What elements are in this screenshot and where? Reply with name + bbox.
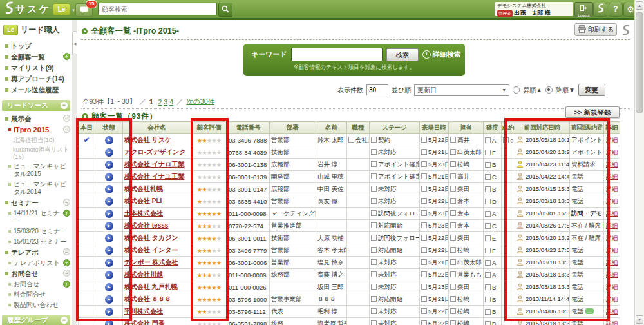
detail-link[interactable]: 詳細 — [606, 271, 618, 278]
cell-checkbox[interactable] — [421, 198, 427, 204]
cell-checkbox[interactable] — [485, 199, 491, 204]
scroll-up-arrow[interactable]: ▲ — [636, 1, 643, 10]
star-rating[interactable]: ★★★★★ — [191, 293, 227, 306]
cell-checkbox[interactable] — [485, 211, 491, 217]
sort-select[interactable]: 更新日 ▼ — [414, 84, 509, 96]
count-input[interactable] — [366, 84, 388, 95]
detail-link[interactable]: 詳細 — [606, 161, 618, 168]
status-play-icon[interactable]: ▶ — [105, 136, 113, 144]
star-rating[interactable]: ★★★★★ — [191, 159, 227, 171]
refresh-swirl-icon[interactable] — [620, 25, 631, 35]
cell-checkbox[interactable] — [371, 186, 377, 192]
expand-plus-icon[interactable]: + — [63, 259, 70, 266]
scroll-down-arrow[interactable]: ▼ — [636, 315, 643, 324]
cell-checkbox[interactable] — [485, 297, 491, 302]
company-link[interactable]: 株式会社 イナロ工業 — [124, 161, 184, 168]
sidebar-item[interactable]: 15/03/20 セミナー — [0, 226, 72, 237]
star-rating[interactable]: ★★★★★ — [191, 208, 227, 220]
sidebar-item[interactable]: メール送信履歴 — [0, 84, 72, 95]
cell-checkbox[interactable] — [450, 259, 456, 265]
company-link[interactable]: テンポー 株式会社 — [124, 259, 178, 266]
sidebar-item[interactable]: kuramoto担当リスト(16) — [0, 144, 72, 161]
cell-checkbox[interactable] — [450, 137, 456, 143]
status-play-icon[interactable]: ▶ — [105, 271, 113, 279]
cell-checkbox[interactable] — [485, 284, 491, 290]
status-play-icon[interactable]: ▶ — [105, 161, 113, 169]
cell-checkbox[interactable] — [450, 222, 456, 228]
star-rating[interactable]: ★★★★★ — [191, 306, 227, 318]
sidebar-item[interactable]: 製品問い合わせ — [0, 300, 72, 310]
ascending-radio[interactable] — [513, 86, 520, 94]
cell-checkbox[interactable] — [371, 198, 377, 204]
detail-link[interactable]: 詳細 — [606, 308, 618, 315]
sidebar-collapse-button[interactable]: ◀ — [72, 31, 77, 55]
cell-checkbox[interactable] — [450, 308, 456, 314]
company-link[interactable]: 株式会社 PLI — [124, 197, 162, 204]
status-play-icon[interactable]: ▶ — [105, 295, 113, 304]
company-link[interactable]: 株式会社 インター — [124, 246, 178, 253]
sidebar-item[interactable]: お問合せ+ — [0, 279, 72, 290]
detail-link[interactable]: 詳細 — [606, 198, 618, 204]
cell-checkbox[interactable] — [450, 247, 456, 253]
star-rating[interactable]: ★★★★★ — [191, 146, 227, 159]
company-link[interactable]: 株式会社 tesss — [124, 222, 168, 229]
star-rating[interactable]: ★★★★★ — [191, 269, 227, 281]
sidebar-item[interactable]: セミナー− — [0, 197, 72, 208]
company-link[interactable]: 株式会社川越 — [124, 271, 163, 278]
company-link[interactable]: 株式会社 タカジン — [124, 234, 178, 241]
sidebar-item[interactable]: テレアポ− — [0, 247, 72, 258]
collapse-minus-icon[interactable]: − — [61, 102, 68, 109]
sidebar-item[interactable]: お問合せ− — [0, 268, 72, 279]
company-link[interactable]: 株式会社札幌 — [124, 185, 163, 192]
sidebar-item[interactable]: トップ — [0, 41, 72, 52]
sidebar-item[interactable]: 14/11/21 セミナー+ — [0, 208, 72, 226]
cell-checkbox[interactable] — [421, 222, 427, 228]
cell-checkbox[interactable] — [485, 321, 491, 325]
cell-checkbox[interactable] — [421, 235, 427, 241]
company-link[interactable]: 株式会社 ８８８ — [124, 295, 171, 302]
status-play-icon[interactable]: ▶ — [105, 148, 113, 157]
company-link[interactable]: 株式会社 九戸札幌 — [124, 283, 178, 290]
new-registration-button[interactable]: >> 新規登録 — [565, 106, 620, 118]
status-play-icon[interactable]: ▶ — [105, 210, 113, 218]
status-play-icon[interactable]: ▶ — [105, 234, 113, 242]
cell-checkbox[interactable] — [421, 149, 427, 155]
cell-checkbox[interactable] — [485, 137, 491, 143]
detail-link[interactable]: 詳細 — [606, 210, 618, 217]
cell-checkbox[interactable] — [371, 259, 377, 265]
cell-checkbox[interactable] — [485, 150, 491, 155]
status-play-icon[interactable]: ▶ — [105, 185, 113, 193]
company-link[interactable]: 株式会社 サスケ — [124, 136, 171, 143]
detail-link[interactable]: 詳細 — [606, 259, 618, 266]
star-rating[interactable]: ★★★★★ — [191, 244, 227, 257]
print-button[interactable]: 印刷する — [574, 23, 617, 36]
star-rating[interactable]: ★★★★★ — [191, 220, 227, 232]
cell-checkbox[interactable] — [421, 173, 427, 179]
cell-checkbox[interactable] — [450, 271, 456, 277]
cell-checkbox[interactable] — [450, 149, 456, 155]
star-rating[interactable]: ★★★★★ — [191, 257, 227, 269]
cell-checkbox[interactable] — [450, 320, 456, 325]
expand-plus-icon[interactable]: + — [63, 53, 70, 60]
collapse-minus-icon[interactable]: − — [63, 126, 70, 133]
cell-checkbox[interactable] — [485, 309, 491, 315]
search-button[interactable] — [218, 3, 232, 17]
cell-checkbox[interactable] — [371, 247, 377, 253]
cell-checkbox[interactable] — [371, 308, 377, 314]
page-link[interactable]: 2 — [158, 98, 162, 106]
collapse-minus-icon[interactable]: − — [61, 317, 68, 324]
keyword-input[interactable] — [291, 48, 383, 61]
cell-checkbox[interactable] — [371, 235, 377, 241]
sidebar-item[interactable]: 15/01/23 セミナー — [0, 237, 72, 247]
cell-checkbox[interactable] — [421, 296, 427, 302]
sasuke-home-button[interactable] — [593, 3, 607, 17]
cell-checkbox[interactable] — [371, 173, 377, 179]
sidebar-item[interactable]: テレアポリスト+ — [0, 258, 72, 268]
cell-checkbox[interactable] — [485, 272, 491, 278]
sidebar-item[interactable]: 料金問合せ — [0, 290, 72, 300]
detail-link[interactable]: 詳細 — [606, 247, 618, 253]
detail-link[interactable]: 詳細 — [606, 222, 618, 229]
cell-checkbox[interactable] — [485, 162, 491, 168]
cell-checkbox[interactable] — [450, 186, 456, 192]
expand-plus-icon[interactable]: + — [63, 281, 70, 288]
